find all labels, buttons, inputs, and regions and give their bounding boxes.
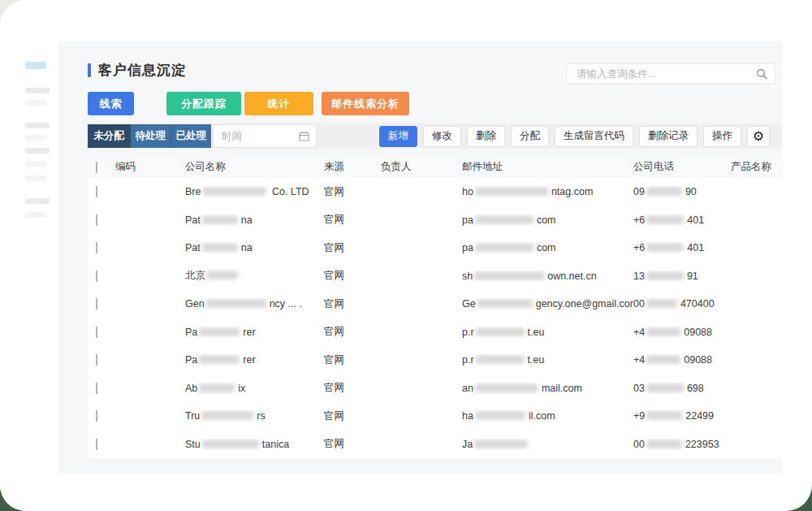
table-row[interactable]: Parer 官网 p.rt.eu +409088: [88, 318, 782, 347]
blurred-text: [202, 187, 266, 196]
blurred-text: [206, 299, 266, 308]
table-row[interactable]: Patna 官网 pacom +6401: [88, 206, 782, 235]
cell-source: 官网: [324, 241, 381, 255]
table-row[interactable]: Parer 官网 p.rt.eu +409088: [88, 346, 782, 375]
delete-record-button[interactable]: 删除记录: [639, 126, 698, 147]
generate-message-code-button[interactable]: 生成留言代码: [555, 126, 633, 147]
select-all-checkbox[interactable]: [96, 162, 97, 173]
blurred-text: [201, 411, 253, 420]
cell-phone: +922499: [633, 410, 731, 422]
row-checkbox[interactable]: [96, 410, 97, 422]
cell-source: 官网: [324, 213, 381, 227]
cell-source: 官网: [324, 269, 381, 283]
cell-source: 官网: [324, 325, 381, 339]
col-header-owner: 负责人: [381, 160, 462, 174]
cell-email: hontag.com: [462, 186, 633, 197]
visible-text: t.eu: [528, 327, 545, 338]
search-input[interactable]: [577, 68, 756, 80]
row-checkbox[interactable]: [96, 271, 97, 282]
visible-text: 223953: [685, 439, 719, 450]
add-button[interactable]: 新增: [379, 126, 417, 147]
blurred-text: [477, 299, 533, 308]
gear-icon[interactable]: ⚙: [747, 126, 770, 147]
cell-company: Abix: [185, 383, 324, 394]
cell-email: anmail.com: [462, 383, 633, 394]
table-row[interactable]: Genncy ... . 官网 Gegency.one@gmail.com 00…: [88, 290, 782, 318]
calendar-icon[interactable]: [299, 131, 309, 141]
delete-button[interactable]: 删除: [467, 126, 505, 147]
cell-source: 官网: [324, 381, 381, 395]
visible-text: t.eu: [528, 354, 545, 366]
cell-company: Patna: [185, 214, 324, 226]
visible-text: mail.com: [542, 383, 582, 394]
cell-company: 北京: [185, 269, 324, 283]
table-row[interactable]: Stutanica 官网 Ja 00223953: [88, 431, 782, 459]
nav-button-statistics[interactable]: 统计: [244, 92, 313, 115]
visible-text: ntag.com: [551, 186, 593, 197]
col-header-source: 来源: [324, 160, 381, 174]
cell-company: Bre Co. LTD: [185, 186, 324, 197]
row-checkbox[interactable]: [96, 214, 97, 226]
tab-processed[interactable]: 已处理: [171, 124, 211, 148]
visible-text: na: [241, 214, 253, 226]
cell-email: pacom: [462, 214, 633, 226]
blurred-text: [475, 243, 533, 252]
blurred-text: [646, 411, 682, 420]
blurred-text: [646, 383, 684, 392]
cell-phone: 1391: [633, 271, 731, 282]
main-panel: 客户信息沉淀 线索 分配跟踪 统计 邮件线索分析 未分配 待处理 已处理: [58, 41, 782, 474]
row-checkbox[interactable]: [96, 354, 97, 366]
table-row[interactable]: Patna 官网 pacom +6401: [88, 234, 782, 262]
tab-unassigned[interactable]: 未分配: [88, 124, 130, 148]
operate-button[interactable]: 操作: [703, 126, 741, 147]
table-row[interactable]: Abix 官网 anmail.com 03698: [88, 375, 782, 403]
nav-button-assign-track[interactable]: 分配跟踪: [166, 92, 241, 115]
blurred-text: [646, 299, 677, 308]
blurred-text: [474, 271, 544, 280]
date-input[interactable]: [222, 131, 299, 142]
visible-text: Bre: [185, 186, 201, 197]
edit-button[interactable]: 修改: [423, 126, 461, 147]
visible-text: Ja: [462, 439, 473, 450]
nav-button-leads[interactable]: 线索: [88, 92, 134, 115]
row-checkbox[interactable]: [96, 439, 97, 450]
cell-phone: 00223953: [633, 439, 731, 450]
visible-text: Gen: [185, 298, 205, 310]
visible-text: pa: [462, 214, 473, 226]
visible-text: p.r: [462, 354, 474, 366]
visible-text: Pa: [185, 327, 197, 338]
row-checkbox[interactable]: [96, 186, 97, 197]
sidebar: [0, 0, 58, 511]
assign-button[interactable]: 分配: [511, 126, 549, 147]
tab-pending[interactable]: 待处理: [130, 124, 171, 148]
col-header-phone: 公司电话: [633, 160, 731, 174]
search-icon[interactable]: [756, 68, 767, 80]
col-header-email: 邮件地址: [462, 160, 633, 174]
row-checkbox[interactable]: [96, 327, 97, 338]
cell-email: pacom: [462, 242, 633, 253]
action-buttons: 新增 修改 删除 分配 生成留言代码 删除记录 操作 ⚙: [379, 125, 770, 147]
cell-phone: 03698: [633, 383, 731, 394]
visible-text: 00: [633, 439, 645, 450]
cell-company: Parer: [185, 327, 324, 338]
visible-text: ha: [462, 410, 473, 422]
sidebar-placeholder-bar: [25, 198, 50, 204]
blurred-text: [199, 355, 240, 364]
row-checkbox[interactable]: [96, 383, 97, 394]
visible-text: ncy ... .: [270, 298, 302, 310]
nav-button-email-lead-analysis[interactable]: 邮件线索分析: [322, 92, 409, 115]
blurred-text: [646, 355, 680, 364]
visible-text: 22499: [685, 410, 714, 422]
col-header-code: 编码: [115, 160, 185, 174]
visible-text: 698: [687, 383, 704, 394]
table-row[interactable]: Trurs 官网 hail.com +922499: [88, 402, 782, 431]
row-checkbox[interactable]: [96, 298, 97, 310]
table-row[interactable]: 北京 官网 shown.net.cn 1391: [88, 262, 782, 291]
cell-phone: 00470400: [633, 298, 731, 310]
visible-text: Tru: [185, 410, 200, 422]
row-checkbox[interactable]: [96, 242, 97, 253]
table-row[interactable]: Bre Co. LTD 官网 hontag.com 0990: [88, 178, 782, 206]
blurred-text: [476, 327, 525, 336]
sidebar-placeholder-bar: [25, 148, 50, 154]
date-filter: [213, 124, 317, 148]
